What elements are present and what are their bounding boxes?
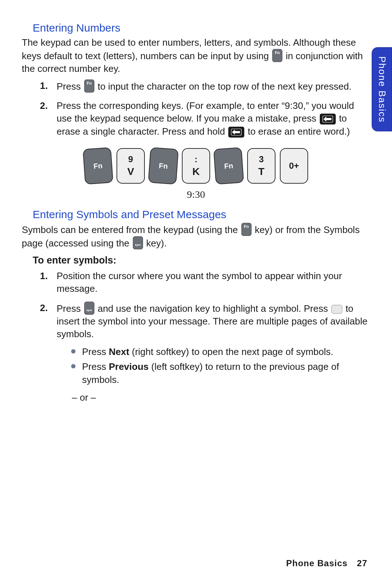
back-key-icon xyxy=(320,114,336,124)
bullet-next: Press Next (right softkey) to open the n… xyxy=(71,346,370,358)
step-2: 2. Press sym and use the navigation key … xyxy=(40,302,370,404)
fn-key-icon: Fn xyxy=(241,223,252,236)
section-tab: Phone Basics xyxy=(372,47,392,131)
sym-key-label: sym xyxy=(133,243,143,247)
text: (right softkey) to open the next page of… xyxy=(129,346,333,357)
fn-key: Fn xyxy=(148,147,179,184)
manual-page: Phone Basics Entering Numbers The keypad… xyxy=(0,0,392,588)
fn-key: Fn xyxy=(213,147,244,184)
bullet-previous: Press Previous (left softkey) to return … xyxy=(71,360,370,386)
fn-key-label: Fn xyxy=(273,50,282,56)
steps-entering-numbers: 1. Press Fn to input the character on th… xyxy=(40,79,370,138)
text: Press xyxy=(57,303,83,314)
subhead-to-enter-symbols: To enter symbols: xyxy=(33,255,370,266)
step-number: 1. xyxy=(40,79,48,92)
ok-key-icon xyxy=(331,305,342,314)
or-divider: – or – xyxy=(72,391,370,404)
sym-key-icon: sym xyxy=(84,302,94,315)
bullet-list: Press Next (right softkey) to open the n… xyxy=(71,346,370,386)
sym-key-icon: sym xyxy=(133,236,143,249)
text: Press the corresponding keys. (For examp… xyxy=(57,100,354,124)
key-colon-k: :K xyxy=(182,148,210,184)
step-number: 1. xyxy=(40,270,48,282)
intro-entering-symbols: Symbols can be entered from the keypad (… xyxy=(22,223,370,250)
step-1: 1. Press Fn to input the character on th… xyxy=(40,79,370,93)
fn-key-label: Fn xyxy=(85,81,94,86)
text: Press xyxy=(82,361,109,372)
text: to input the character on the top row of… xyxy=(98,81,352,92)
text: key). xyxy=(146,238,167,249)
key-sequence-figure: Fn 9V Fn :K Fn 3T 0+ xyxy=(22,148,370,184)
step-1: 1. Position the cursor where you want th… xyxy=(40,270,370,295)
softkey-previous: Previous xyxy=(109,361,149,372)
text: to erase an entire word.) xyxy=(248,126,350,137)
text: and use the navigation key to highlight … xyxy=(98,303,331,314)
softkey-next: Next xyxy=(109,346,129,357)
text: Press xyxy=(57,81,83,92)
steps-enter-symbols: 1. Position the cursor where you want th… xyxy=(40,270,370,404)
back-key-icon xyxy=(228,127,244,138)
footer-section: Phone Basics xyxy=(286,558,347,568)
section-tab-label: Phone Basics xyxy=(376,56,388,123)
sym-key-label: sym xyxy=(85,309,94,313)
key-3t: 3T xyxy=(247,148,275,184)
fn-key-icon: Fn xyxy=(84,79,94,93)
text: Symbols can be entered from the keypad (… xyxy=(22,224,241,235)
page-number: 27 xyxy=(357,558,367,568)
step-number: 2. xyxy=(40,99,48,112)
fn-key-label: Fn xyxy=(242,224,251,229)
text: Press xyxy=(82,346,109,357)
step-number: 2. xyxy=(40,302,48,314)
heading-entering-numbers: Entering Numbers xyxy=(33,22,370,34)
text: Position the cursor where you want the s… xyxy=(57,270,342,294)
key-sequence-caption: 9:30 xyxy=(22,189,370,200)
step-2: 2. Press the corresponding keys. (For ex… xyxy=(40,99,370,138)
fn-key-icon: Fn xyxy=(272,49,282,62)
key-9v: 9V xyxy=(117,148,145,184)
key-0plus: 0+ xyxy=(280,148,308,184)
fn-key: Fn xyxy=(83,147,114,184)
page-footer: Phone Basics 27 xyxy=(286,558,367,568)
intro-entering-numbers: The keypad can be used to enter numbers,… xyxy=(22,36,370,75)
heading-entering-symbols: Entering Symbols and Preset Messages xyxy=(33,208,370,221)
